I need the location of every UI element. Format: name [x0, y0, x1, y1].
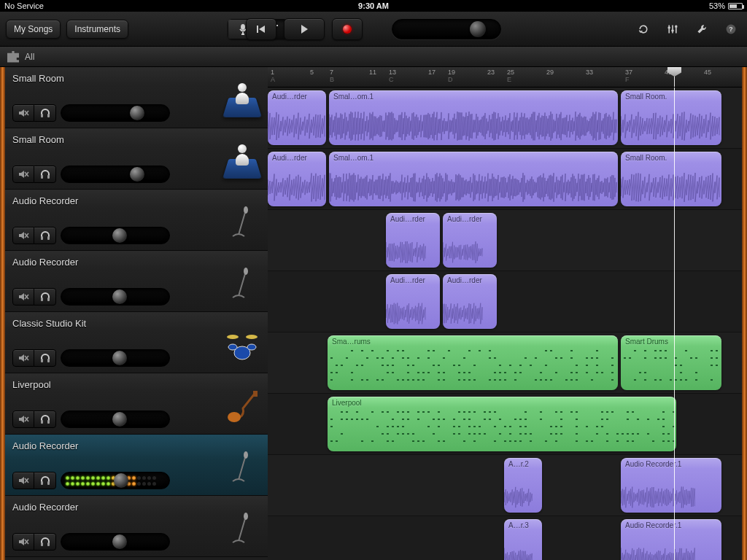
lane[interactable]: Liverpool [268, 394, 742, 455]
audio-region[interactable]: Audi…rder [268, 152, 326, 206]
track-instrument-icon[interactable] [224, 204, 260, 241]
track-row[interactable]: Classic Studio Kit [5, 312, 268, 373]
ruler-mark: 45 [704, 69, 711, 76]
volume-knob[interactable] [112, 351, 127, 365]
track-volume-slider[interactable] [61, 104, 170, 122]
volume-knob[interactable] [112, 289, 127, 304]
audio-region[interactable]: Audio Recorder.1 [621, 519, 721, 560]
lane[interactable]: A…r.2Audio Recorder.1 [268, 455, 742, 516]
audio-region[interactable]: Audi…rder [443, 274, 497, 329]
headphones-button[interactable] [34, 472, 56, 489]
lane[interactable]: Audi…rderAudi…rder [268, 271, 742, 332]
settings-button[interactable] [692, 19, 712, 39]
headphones-button[interactable] [34, 411, 56, 428]
volume-knob[interactable] [112, 228, 127, 243]
ruler-mark: 33 [586, 69, 593, 76]
mute-button[interactable] [12, 104, 34, 122]
status-time: 9:30 AM [358, 1, 389, 10]
my-songs-button[interactable]: My Songs [6, 20, 61, 39]
lane[interactable]: Audi…rderSmal…om.1Small Room. [268, 149, 742, 210]
audio-region[interactable]: Audi…rder [386, 274, 440, 329]
audio-region[interactable]: A…r.2 [504, 458, 542, 513]
headphones-button[interactable] [34, 104, 56, 122]
track-row[interactable]: Small Room [5, 67, 268, 128]
track-row[interactable]: Small Room [5, 128, 268, 190]
headphones-button[interactable] [34, 533, 56, 551]
track-instrument-icon[interactable] [224, 510, 260, 547]
volume-knob[interactable] [114, 473, 128, 488]
midi-region[interactable]: Liverpool [328, 397, 676, 451]
track-instrument-icon[interactable] [224, 143, 260, 179]
mute-button[interactable] [12, 533, 34, 551]
region-label: Smal…om.1 [333, 93, 614, 101]
audio-region[interactable]: Audi…rder [268, 90, 326, 145]
mute-icon [18, 230, 29, 241]
track-row[interactable]: Audio Recorder [5, 251, 268, 312]
volume-knob[interactable] [130, 167, 144, 182]
loop-button[interactable] [633, 19, 654, 39]
sections-label[interactable]: All [25, 52, 34, 62]
audio-region[interactable]: Audi…rder [443, 213, 497, 268]
svg-point-0 [241, 24, 245, 30]
lane[interactable]: Audi…rderAudi…rder [268, 210, 742, 271]
svg-text:?: ? [729, 26, 732, 33]
workspace: Small Room Small Room Audio Recorder [0, 67, 747, 560]
master-volume-knob[interactable] [470, 21, 486, 37]
audio-region[interactable]: Smal…om.1 [329, 152, 618, 206]
headphones-button[interactable] [34, 166, 56, 183]
mute-button[interactable] [12, 227, 34, 244]
record-button[interactable] [332, 18, 363, 40]
track-instrument-icon[interactable] [224, 327, 260, 363]
rewind-button[interactable] [246, 18, 276, 40]
audio-region[interactable]: Small Room. [621, 152, 721, 206]
track-instrument-icon[interactable] [224, 388, 260, 424]
mute-button[interactable] [12, 472, 34, 489]
track-volume-slider[interactable] [61, 533, 170, 551]
track-row[interactable]: Audio Recorder [5, 435, 268, 496]
track-row[interactable]: Audio Recorder [5, 496, 268, 557]
audio-region[interactable]: Audio Recorder.1 [621, 458, 721, 513]
track-volume-slider[interactable] [61, 227, 170, 244]
track-row[interactable]: Liverpool [5, 373, 268, 435]
mixer-button[interactable] [662, 19, 683, 39]
headphones-button[interactable] [34, 227, 56, 244]
mute-button[interactable] [12, 411, 34, 428]
track-row[interactable]: Audio Recorder [5, 190, 268, 251]
midi-region[interactable]: Sma…rums [328, 335, 618, 390]
lane[interactable]: Sma…rumsSmart Drums [268, 332, 742, 394]
track-instrument-icon[interactable] [224, 449, 260, 486]
volume-knob[interactable] [112, 412, 127, 427]
lane[interactable]: Audi…rderSmal…om.1Small Room. [268, 88, 742, 149]
audio-region[interactable]: Smal…om.1 [329, 90, 618, 145]
instruments-button[interactable]: Instruments [66, 20, 128, 39]
sections-icon[interactable] [7, 51, 19, 63]
audio-region[interactable]: Small Room. [621, 90, 721, 145]
headphones-button[interactable] [34, 349, 56, 367]
mute-button[interactable] [12, 166, 34, 183]
mute-button[interactable] [12, 349, 34, 367]
playhead[interactable] [674, 67, 675, 87]
volume-knob[interactable] [112, 534, 127, 549]
help-button[interactable]: ? [721, 19, 741, 39]
region-label: Audio Recorder.1 [625, 521, 717, 529]
headphones-icon [39, 291, 51, 303]
mute-button[interactable] [12, 288, 34, 306]
headphones-button[interactable] [34, 288, 56, 306]
audio-region[interactable]: A…r.3 [504, 519, 542, 560]
track-instrument-icon[interactable] [224, 82, 260, 118]
midi-region[interactable]: Smart Drums [621, 335, 721, 390]
track-controls [12, 349, 260, 367]
track-meter[interactable] [61, 472, 170, 489]
timeline[interactable]: 1A57B1113C1719D2325E293337F4145 Audi…rde… [268, 67, 742, 560]
track-volume-slider[interactable] [61, 288, 170, 306]
track-volume-slider[interactable] [61, 166, 170, 183]
play-button[interactable] [284, 18, 325, 40]
ruler[interactable]: 1A57B1113C1719D2325E293337F4145 [268, 67, 742, 88]
audio-region[interactable]: Audi…rder [386, 213, 440, 268]
volume-knob[interactable] [130, 106, 144, 120]
master-volume-slider[interactable] [392, 19, 501, 39]
lane[interactable]: A…r.3Audio Recorder.1 [268, 516, 742, 560]
track-volume-slider[interactable] [61, 349, 170, 367]
track-volume-slider[interactable] [61, 411, 170, 428]
track-instrument-icon[interactable] [224, 265, 260, 302]
